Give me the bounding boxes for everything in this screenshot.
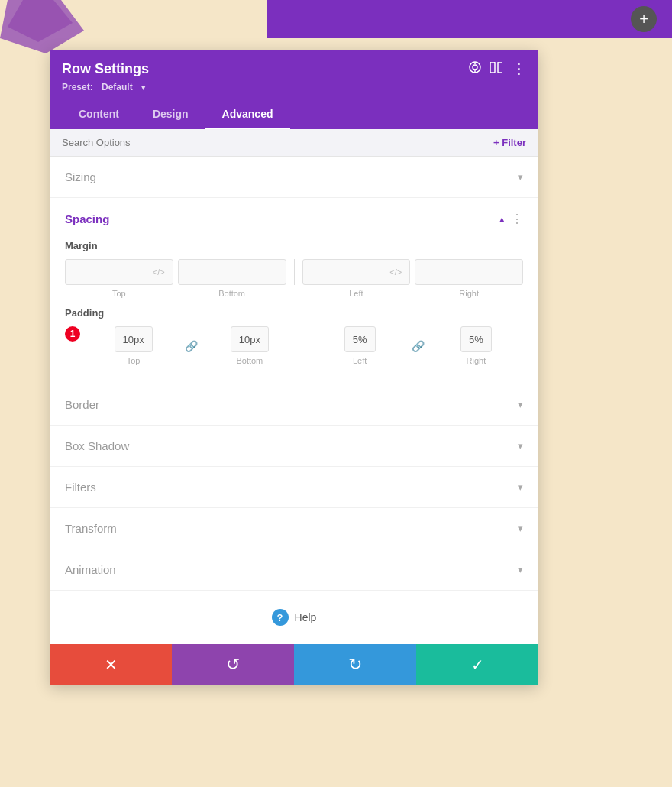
margin-label: Margin [65, 240, 523, 251]
spacing-chevron-icon: ▴ [499, 213, 505, 225]
cancel-button[interactable]: ✕ [50, 644, 172, 685]
more-options-icon[interactable]: ⋮ [512, 60, 526, 77]
help-icon: ? [272, 609, 289, 626]
margin-bottom-input[interactable] [178, 259, 286, 285]
border-title: Border [65, 398, 99, 411]
add-button[interactable]: + [631, 6, 657, 32]
top-bar: + [267, 0, 672, 38]
help-section: ? Help [50, 591, 538, 644]
error-badge: 1 [65, 326, 80, 342]
margin-bottom-label: Bottom [218, 289, 245, 298]
padding-left-label: Left [353, 356, 367, 365]
margin-right-input[interactable] [415, 259, 523, 285]
animation-section-header[interactable]: Animation ▾ [50, 549, 538, 590]
padding-left-wrap: 5% Left [313, 326, 407, 365]
sizing-title: Sizing [65, 170, 96, 183]
filters-title: Filters [65, 481, 96, 494]
search-input[interactable] [62, 137, 493, 148]
section-transform: Transform ▾ [50, 508, 538, 549]
box-shadow-section-header[interactable]: Box Shadow ▾ [50, 426, 538, 466]
margin-top-label: Top [112, 289, 126, 298]
target-icon[interactable] [469, 61, 481, 76]
margin-top-input[interactable]: </> [65, 259, 173, 285]
search-bar: + Filter [50, 129, 538, 157]
padding-top-bottom-group: 10px Top 🔗 10px Bottom [86, 326, 297, 365]
transform-title: Transform [65, 522, 117, 535]
padding-top-input[interactable]: 10px [115, 326, 153, 352]
margin-right-wrap: Right [415, 259, 523, 298]
reset-button[interactable]: ↺ [172, 644, 294, 685]
padding-link-lr-icon[interactable]: 🔗 [412, 340, 425, 352]
section-sizing: Sizing ▾ [50, 157, 538, 198]
box-shadow-chevron-icon: ▾ [518, 440, 523, 452]
panel-title: Row Settings [62, 61, 149, 77]
section-box-shadow: Box Shadow ▾ [50, 426, 538, 467]
padding-top-label: Top [127, 356, 141, 365]
plus-icon: + [639, 11, 648, 28]
tab-content[interactable]: Content [62, 100, 136, 129]
spacing-section-header[interactable]: Spacing ▴ ⋮ [50, 198, 538, 240]
row-settings-panel: Row Settings ⋮ [50, 50, 538, 685]
filters-chevron-icon: ▾ [518, 481, 523, 493]
margin-left-label: Left [349, 289, 363, 298]
transform-section-header[interactable]: Transform ▾ [50, 508, 538, 549]
margin-left-code-icon: </> [389, 267, 402, 277]
padding-divider [305, 326, 305, 352]
margin-left-right-group: </> Left Right [302, 259, 524, 298]
margin-bottom-wrap: Bottom [178, 259, 286, 298]
margin-left-input[interactable]: </> [302, 259, 411, 285]
padding-left-input[interactable]: 5% [344, 326, 376, 352]
section-filters: Filters ▾ [50, 467, 538, 508]
margin-top-bottom-group: </> Top Bottom [65, 259, 286, 298]
padding-top-wrap: 10px Top [86, 326, 180, 365]
panel-header-top: Row Settings ⋮ [62, 60, 526, 77]
tab-advanced[interactable]: Advanced [205, 100, 290, 129]
padding-label: Padding [65, 307, 523, 319]
svg-point-3 [473, 65, 477, 70]
spacing-content: Margin </> Top [50, 240, 538, 384]
padding-bottom-input[interactable]: 10px [231, 326, 269, 352]
margin-right-label: Right [459, 289, 479, 298]
sizing-chevron-icon: ▾ [518, 171, 523, 183]
tab-design[interactable]: Design [136, 100, 205, 129]
margin-left-wrap: </> Left [302, 259, 411, 298]
section-border: Border ▾ [50, 384, 538, 426]
transform-chevron-icon: ▾ [518, 523, 523, 534]
margin-divider [294, 259, 295, 285]
sizing-section-header[interactable]: Sizing ▾ [50, 157, 538, 197]
save-icon: ✓ [471, 656, 484, 674]
svg-rect-7 [498, 62, 502, 73]
action-bar: ✕ ↺ ↻ ✓ [50, 644, 538, 685]
columns-icon[interactable] [490, 62, 502, 76]
margin-top-code-icon: </> [153, 267, 165, 277]
border-section-header[interactable]: Border ▾ [50, 384, 538, 425]
filter-button[interactable]: + Filter [493, 137, 526, 148]
svg-rect-6 [490, 62, 495, 73]
animation-title: Animation [65, 563, 116, 576]
padding-right-label: Right [467, 356, 486, 365]
spacing-section-actions: ▴ ⋮ [499, 212, 523, 226]
help-label[interactable]: Help [295, 611, 317, 623]
padding-row: 1 10px Top 🔗 10px [65, 326, 523, 365]
decorative-shape [0, 0, 92, 53]
redo-button[interactable]: ↻ [294, 644, 416, 685]
panel-header: Row Settings ⋮ [50, 50, 538, 129]
border-chevron-icon: ▾ [518, 399, 523, 410]
padding-bottom-label: Bottom [236, 356, 263, 365]
spacing-more-icon[interactable]: ⋮ [511, 212, 523, 226]
padding-link-tb-icon[interactable]: 🔗 [185, 340, 198, 352]
redo-icon: ↻ [348, 655, 362, 675]
cancel-icon: ✕ [105, 656, 118, 674]
tab-bar: Content Design Advanced [62, 100, 526, 129]
padding-right-input[interactable]: 5% [460, 326, 492, 352]
preset-label: Preset: Default ▾ [62, 82, 526, 92]
section-animation: Animation ▾ [50, 549, 538, 591]
spacing-title: Spacing [65, 212, 109, 225]
save-button[interactable]: ✓ [416, 644, 538, 685]
padding-right-wrap: 5% Right [429, 326, 523, 365]
padding-left-right-group: 5% Left 🔗 5% Right [313, 326, 524, 365]
animation-chevron-icon: ▾ [518, 564, 523, 575]
reset-icon: ↺ [226, 655, 240, 675]
header-icons: ⋮ [469, 60, 526, 77]
filters-section-header[interactable]: Filters ▾ [50, 467, 538, 507]
